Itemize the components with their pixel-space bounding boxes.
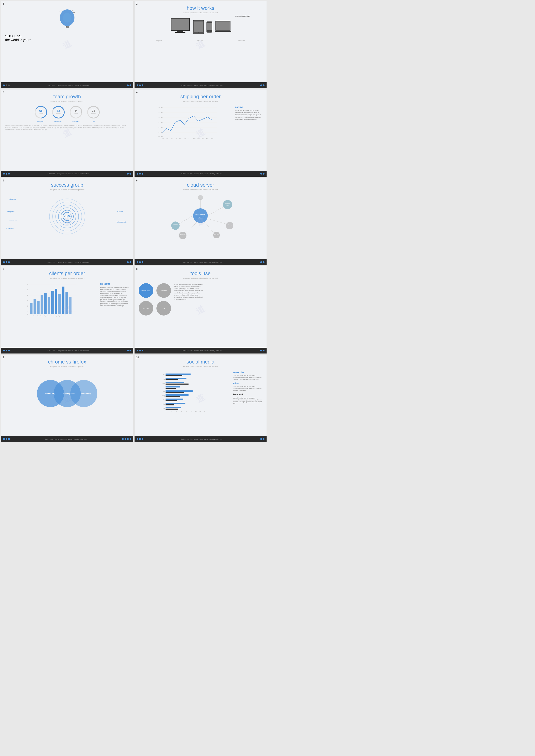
svg-point-72 — [171, 221, 180, 230]
footer-nav-dots-6 — [260, 261, 265, 263]
svg-text:RS5 feed: RS5 feed — [214, 234, 219, 235]
svg-rect-145 — [165, 392, 184, 393]
legend-text-8: as ever nos et accusamus et iusto odio a… — [174, 283, 203, 300]
svg-point-1 — [63, 13, 71, 22]
svg-text:codifcutio: codifcutio — [173, 224, 178, 225]
footer-nav-dot[interactable] — [263, 261, 265, 263]
svg-text:lorem ipsum alert: lorem ipsum alert — [196, 216, 205, 217]
legend-section-twitter-title: twitter — [233, 382, 262, 385]
footer-dots-left-1 — [3, 84, 10, 86]
slide-title-2: how it works — [139, 5, 263, 11]
svg-text:Jul: Jul — [51, 315, 53, 317]
footer-nav-dot[interactable] — [127, 350, 129, 351]
circle-role-managers: managers — [69, 121, 83, 123]
footer-text-9: SUCCESS · This presentation was created … — [45, 438, 87, 440]
footer-nav-dot[interactable] — [260, 84, 262, 86]
footer-nav-dot[interactable] — [129, 350, 131, 351]
horiz-bars: Oct Sep Aug Jul Jun May Apr Mar Feb — [139, 371, 231, 413]
svg-rect-109 — [51, 291, 54, 314]
footer-text-8: SUCCESS · This presentation was created … — [181, 350, 223, 351]
footer-dot — [8, 350, 10, 351]
footer-nav-dot[interactable] — [129, 261, 131, 263]
group-chart-area: directors designers managers it speciali… — [5, 194, 129, 240]
concentric-circles: 78% — [48, 198, 86, 236]
tools-row-1: adlock page hummer — [139, 283, 171, 298]
svg-text:Sep: Sep — [162, 378, 165, 380]
footer-nav-dot[interactable] — [122, 438, 124, 440]
label-it-specialist: it specialist — [6, 227, 14, 229]
footer-nav-dot[interactable] — [260, 173, 262, 175]
circle-role-dev: dev — [87, 121, 100, 123]
svg-text:Dec: Dec — [69, 315, 71, 317]
footer-nav-dot[interactable] — [263, 438, 265, 440]
footer-nav-dot[interactable] — [263, 84, 265, 86]
svg-text:Nov: Nov — [65, 315, 68, 317]
slide-subtitle-10: excepteur sint occaecat cupidatat non pr… — [139, 366, 263, 368]
footer-nav-dot[interactable] — [129, 438, 131, 440]
slide-number-8: 8 — [136, 267, 138, 270]
footer-dots-left-10 — [137, 438, 143, 440]
slide-number-7: 7 — [3, 267, 4, 270]
label-main-specialist: main specialist — [116, 221, 127, 223]
footer-nav-dot[interactable] — [263, 350, 265, 351]
bar-chart-area: 6 5 4 3 2 1 0 — [5, 282, 129, 319]
social-chart-area: Oct Sep Aug Jul Jun May Apr Mar Feb — [139, 371, 263, 413]
network-svg: cloud server lorem ipsum alert non pons … — [164, 195, 237, 241]
svg-rect-110 — [55, 289, 57, 314]
svg-rect-108 — [48, 297, 50, 314]
circle-chart-dev: 73 percent — [87, 105, 100, 119]
svg-text:non pons: non pons — [198, 218, 203, 219]
slide-subtitle-9: excepteur sint occaecat cupidatat non pr… — [5, 366, 129, 368]
slide-subtitle-5: excepteur sint occaecat cupidatat non pr… — [5, 189, 129, 191]
footer-nav-dot[interactable] — [125, 438, 126, 440]
tools-area: adlock page hummer umbrella bulb — [139, 283, 263, 316]
tool-umbrella: umbrella — [139, 301, 153, 316]
svg-text:1: 1 — [27, 311, 28, 312]
tagline: the world is yours — [5, 38, 129, 42]
devices-area — [139, 17, 263, 38]
tools-circles: adlock page hummer umbrella bulb — [139, 283, 171, 316]
footer-text-3: SUCCESS · This presentation was created … — [47, 173, 89, 175]
svg-rect-140 — [165, 382, 184, 383]
label-managers: managers — [9, 219, 17, 221]
footer-nav-dot[interactable] — [127, 261, 129, 263]
footer-nav-dot[interactable] — [127, 84, 129, 86]
svg-rect-149 — [165, 400, 177, 401]
footer-nav-dot[interactable] — [129, 173, 131, 175]
footer-nav-dots-8 — [260, 350, 265, 351]
tool-adlock: adlock page — [139, 283, 153, 298]
footer-nav-dot[interactable] — [260, 261, 262, 263]
footer-nav-dot[interactable] — [129, 84, 131, 86]
footer-dot — [137, 438, 138, 440]
tool-hummer: hummer — [156, 283, 171, 298]
svg-rect-141 — [165, 383, 188, 384]
footer-nav-dot[interactable] — [263, 173, 265, 175]
footer-dots-left-3 — [3, 173, 10, 175]
svg-text:3: 3 — [27, 300, 28, 301]
svg-text:4: 4 — [176, 411, 177, 412]
footer-text-4: SUCCESS · This presentation was created … — [181, 173, 223, 175]
footer-nav-dot[interactable] — [260, 350, 262, 351]
footer-nav-dot[interactable] — [127, 438, 129, 440]
slide-number-3: 3 — [3, 91, 4, 94]
slide-footer-3: SUCCESS · This presentation was created … — [1, 171, 133, 177]
phone-icon — [206, 21, 212, 33]
footer-text-2: SUCCESS · This presentation was created … — [181, 85, 223, 86]
svg-text:2: 2 — [27, 305, 28, 307]
slide-number-10: 10 — [136, 356, 139, 359]
footer-nav-dot[interactable] — [127, 173, 129, 175]
slide-3-body: Sint perspiciatis unde omnis iste natus … — [5, 125, 129, 130]
footer-dot — [6, 173, 7, 175]
svg-text:Sep: Sep — [58, 315, 60, 317]
slide-footer-10: SUCCESS · This presentation was created … — [134, 436, 267, 442]
svg-text:Apr: Apr — [40, 315, 42, 317]
slide-footer-9: SUCCESS · This presentation was created … — [1, 436, 133, 442]
footer-dot — [3, 84, 5, 86]
svg-text:5: 5 — [27, 289, 28, 291]
svg-text:Dec: Dec — [211, 138, 213, 139]
footer-nav-dot[interactable] — [260, 438, 262, 440]
footer-dots-left-7 — [3, 350, 10, 351]
footer-nav-dots-9 — [122, 438, 131, 440]
footer-nav-dots-10 — [260, 438, 265, 440]
footer-dot — [8, 173, 10, 175]
